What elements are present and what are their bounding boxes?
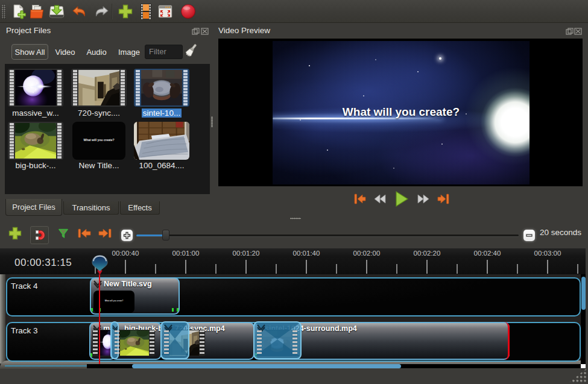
ruler-tick-major bbox=[125, 260, 126, 274]
zoom-slider-handle[interactable] bbox=[162, 230, 169, 241]
ruler-tick-minor bbox=[457, 264, 458, 274]
vertical-scrollbar-handle[interactable] bbox=[581, 277, 586, 310]
project-files-panel: Project Files Show All Video Audio Image… bbox=[0, 24, 213, 217]
zoom-in-button[interactable] bbox=[121, 230, 133, 241]
file-label-newtitle[interactable]: New Title... bbox=[66, 161, 132, 170]
project-files-close-icon[interactable] bbox=[201, 27, 209, 37]
ruler-tick-minor bbox=[396, 264, 397, 274]
filter-video-label: Video bbox=[55, 48, 75, 57]
file-thumb-bigbuck[interactable] bbox=[8, 122, 63, 160]
save-project-button[interactable] bbox=[47, 2, 66, 21]
clip-new-title[interactable]: New Title.svg What will you create? bbox=[90, 277, 180, 315]
file-thumb-newtitle[interactable]: What will you create? bbox=[72, 122, 125, 160]
file-label-bigbuck[interactable]: big-buck-... bbox=[2, 161, 69, 170]
ruler-label: 00:01:40 bbox=[285, 250, 327, 257]
window-resize-grip[interactable] bbox=[568, 368, 587, 383]
scrollbar-corner bbox=[581, 364, 586, 368]
film-sprockets-right bbox=[200, 330, 204, 356]
file-label-sintel[interactable]: sintel-10... bbox=[128, 109, 195, 118]
star-dot bbox=[327, 150, 328, 151]
jump-to-end-icon bbox=[437, 193, 450, 205]
ruler-label: 00:01:20 bbox=[225, 250, 267, 257]
import-files-button[interactable] bbox=[116, 2, 135, 21]
jump-to-start-button[interactable] bbox=[352, 192, 367, 206]
filter-video-button[interactable]: Video bbox=[53, 44, 77, 60]
timeline-ruler[interactable]: 00:00:31:15 00:00:40 00:01:00 00:01:20 0… bbox=[0, 248, 586, 274]
project-files-float-icon[interactable] bbox=[192, 27, 200, 37]
keyframe-tick bbox=[177, 308, 179, 312]
thumbnail-image bbox=[78, 70, 119, 105]
jump-to-start-icon bbox=[353, 193, 366, 205]
snapping-toggle-button[interactable] bbox=[30, 226, 49, 244]
filter-audio-label: Audio bbox=[86, 48, 106, 57]
filter-audio-button[interactable]: Audio bbox=[84, 44, 109, 60]
video-preview-float-icon[interactable] bbox=[566, 27, 574, 37]
play-icon bbox=[394, 191, 409, 207]
video-preview-panel: Video Preview What will you create? bbox=[215, 24, 588, 217]
film-sprockets-left bbox=[135, 70, 141, 105]
fullscreen-button[interactable] bbox=[156, 2, 175, 21]
panel-splitter-handle[interactable] bbox=[211, 116, 213, 127]
choose-profile-button[interactable] bbox=[136, 2, 156, 21]
ruler-label: 00:02:40 bbox=[466, 250, 508, 257]
file-label-720sync[interactable]: 720-sync.... bbox=[66, 109, 132, 118]
add-marker-icon bbox=[57, 227, 70, 240]
filter-input[interactable]: Filter bbox=[145, 45, 183, 59]
add-track-button[interactable] bbox=[5, 224, 25, 243]
tab-project-files[interactable]: Project Files bbox=[5, 199, 62, 216]
file-thumb-newtitle-text: What will you create? bbox=[72, 138, 125, 142]
ruler-label: 00:03:00 bbox=[526, 250, 569, 257]
film-sprockets-right bbox=[120, 70, 125, 105]
next-marker-button[interactable] bbox=[95, 224, 115, 243]
star-dot bbox=[393, 168, 394, 169]
filter-image-button[interactable]: Image bbox=[117, 44, 141, 60]
horizontal-scrollbar-handle[interactable] bbox=[132, 364, 401, 368]
new-project-button[interactable] bbox=[8, 2, 28, 21]
star-dot bbox=[309, 65, 310, 66]
jump-to-end-button[interactable] bbox=[437, 192, 451, 206]
ruler-label: 00:02:00 bbox=[346, 250, 388, 257]
file-label-massive[interactable]: massive_w... bbox=[2, 109, 69, 118]
video-preview-panel-title: Video Preview bbox=[218, 26, 270, 35]
filter-image-label: Image bbox=[118, 48, 140, 57]
open-project-button[interactable] bbox=[27, 2, 46, 21]
next-marker-icon bbox=[98, 227, 112, 239]
file-thumb-bedroom[interactable] bbox=[134, 122, 189, 160]
play-button[interactable] bbox=[394, 192, 409, 206]
file-label-bedroom[interactable]: 100_0684.... bbox=[128, 161, 195, 170]
file-thumb-massive[interactable] bbox=[8, 69, 63, 107]
file-thumb-720sync[interactable] bbox=[71, 69, 127, 107]
video-preview-screen[interactable]: What will you create? bbox=[218, 39, 583, 186]
film-sprockets-left bbox=[9, 70, 14, 105]
clip-sintel-trim-edge[interactable] bbox=[497, 322, 510, 360]
clip-menu-chevron[interactable] bbox=[93, 280, 102, 288]
file-thumb-sintel[interactable] bbox=[134, 69, 189, 107]
rewind-button[interactable] bbox=[373, 192, 388, 206]
film-sprockets-left bbox=[164, 330, 169, 356]
zoom-slider[interactable] bbox=[136, 234, 519, 236]
add-marker-button[interactable] bbox=[54, 224, 73, 243]
timeline-splitter-handle[interactable] bbox=[290, 218, 301, 219]
zoom-out-button[interactable] bbox=[523, 230, 535, 241]
playhead-marker[interactable] bbox=[91, 254, 109, 275]
undo-button[interactable] bbox=[70, 2, 89, 21]
fast-forward-button[interactable] bbox=[416, 192, 430, 206]
zoom-scale-label: 20 seconds bbox=[540, 228, 581, 237]
export-video-button[interactable] bbox=[179, 2, 198, 21]
tab-effects[interactable]: Effects bbox=[120, 201, 160, 215]
video-preview-close-icon[interactable] bbox=[574, 27, 582, 37]
ruler-tick-major bbox=[426, 260, 428, 274]
film-sprockets-left bbox=[93, 330, 98, 356]
redo-button[interactable] bbox=[92, 2, 111, 21]
project-files-panel-title: Project Files bbox=[6, 26, 51, 35]
filter-show-all-button[interactable]: Show All bbox=[11, 44, 48, 60]
toolbar-drag-handle[interactable] bbox=[2, 5, 6, 19]
tab-transitions[interactable]: Transitions bbox=[63, 201, 119, 215]
playhead-line[interactable] bbox=[99, 274, 100, 364]
thumbnail-image bbox=[15, 123, 56, 159]
ruler-tick-major bbox=[306, 260, 307, 274]
previous-marker-button[interactable] bbox=[75, 224, 94, 243]
ruler-tick-major bbox=[487, 260, 488, 274]
snapping-magnet-icon bbox=[34, 229, 46, 241]
clear-filter-icon[interactable] bbox=[184, 43, 197, 61]
